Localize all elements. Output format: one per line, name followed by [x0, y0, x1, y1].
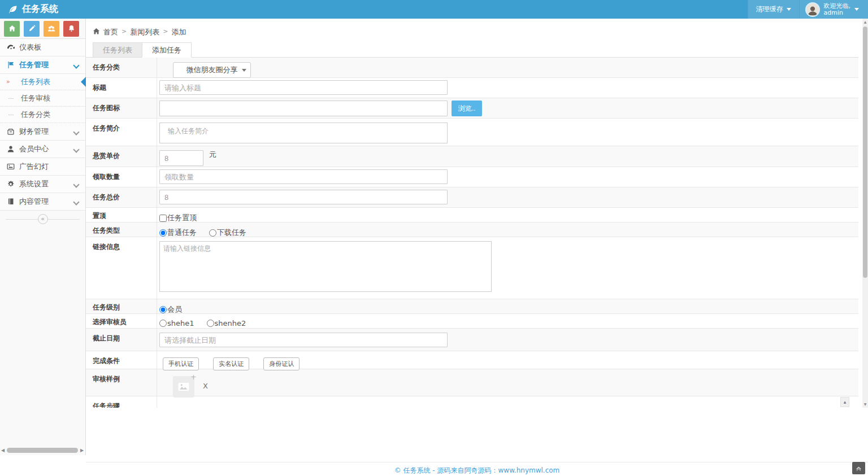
sidebar-item-task-category[interactable]: 任务分类 — [0, 107, 85, 123]
breadcrumb-home[interactable]: 首页 — [103, 27, 118, 37]
sidebar-item-task-list[interactable]: » 任务列表 — [0, 74, 85, 90]
task-type-normal-radio[interactable] — [159, 229, 167, 237]
field-label: 任务总价 — [86, 187, 157, 207]
field-label: 任务级别 — [86, 299, 157, 313]
back-to-top-button[interactable] — [852, 462, 865, 474]
pin-top-checkbox-label: 任务置顶 — [167, 213, 197, 223]
scroll-left-icon[interactable]: ◀ — [0, 448, 6, 453]
title-input[interactable] — [159, 80, 448, 95]
price-unit-label: 元 — [209, 149, 216, 160]
form-row-sample: 审核样例 + X — [86, 369, 858, 396]
double-chevron-up-icon — [856, 465, 862, 471]
breadcrumb-add[interactable]: 添加 — [171, 27, 186, 37]
form-row-level: 任务级别 会员 — [86, 299, 858, 314]
breadcrumb: 首页 > 新闻列表 > 添加 — [86, 19, 858, 42]
user-menu[interactable]: 欢迎光临, admin — [799, 0, 868, 19]
condition-idcard-button[interactable]: 身份证认 — [263, 357, 300, 370]
app-logo[interactable]: 任务系统 — [0, 3, 58, 15]
sidebar-item-ad-slides[interactable]: 广告幻灯 — [0, 158, 85, 176]
form-row-deadline: 截止日期 — [86, 329, 858, 351]
quantity-input[interactable] — [159, 169, 448, 184]
sidebar-horizontal-scrollbar[interactable]: ◀ ▶ — [0, 446, 85, 455]
sample-image-placeholder[interactable]: + — [173, 376, 194, 398]
sidebar: 仪表板 任务管理 » 任务列表 任务审核 任务分类 — [0, 19, 86, 455]
avatar — [805, 2, 820, 17]
deadline-input[interactable] — [159, 333, 448, 347]
sub-item-label: 任务分类 — [21, 110, 50, 120]
active-arrow-icon: » — [6, 78, 10, 85]
footer: © 任务系统 - 源码来自阿奇源码：www.hnymwl.com — [86, 462, 868, 476]
page-vertical-scrollbar[interactable]: ▲ ▼ — [862, 19, 868, 408]
breadcrumb-news-list[interactable]: 新闻列表 — [130, 27, 159, 37]
link-info-textarea[interactable] — [159, 241, 492, 292]
scroll-right-icon[interactable]: ▶ — [79, 448, 85, 453]
field-label: 截止日期 — [86, 329, 157, 351]
form-row-quantity: 领取数量 — [86, 167, 858, 187]
sidebar-item-dashboard[interactable]: 仪表板 — [0, 39, 85, 56]
users-quick-button[interactable] — [44, 21, 59, 37]
level-member-radio[interactable] — [159, 306, 167, 313]
sidebar-item-label: 广告幻灯 — [19, 161, 49, 172]
home-icon — [93, 28, 100, 35]
flag-icon — [7, 61, 19, 69]
vertical-scroll-thumb[interactable] — [863, 27, 867, 278]
category-select[interactable]: 微信朋友圈分享 — [173, 62, 251, 78]
home-quick-button[interactable] — [4, 21, 20, 37]
sidebar-item-finance[interactable]: 财务管理 — [0, 123, 85, 141]
scroll-down-icon[interactable]: ▼ — [862, 401, 868, 408]
chevron-down-icon — [74, 63, 79, 67]
collapse-sidebar-button[interactable]: « — [38, 214, 48, 224]
task-type-download-radio[interactable] — [209, 229, 216, 237]
users-icon — [47, 25, 55, 33]
home-icon — [8, 25, 16, 32]
clear-cache-dropdown[interactable]: 清理缓存 — [748, 0, 799, 19]
form-row-steps: 任务步骤 — [86, 396, 858, 408]
main-content: 首页 > 新闻列表 > 添加 任务列表 添加任务 任务分类 微信朋友圈分享 — [86, 19, 858, 408]
pin-top-checkbox[interactable] — [159, 215, 167, 222]
field-label: 领取数量 — [86, 167, 157, 187]
total-price-input[interactable] — [159, 190, 448, 204]
sidebar-item-system-settings[interactable]: 系统设置 — [0, 176, 85, 193]
condition-phone-button[interactable]: 手机认证 — [163, 357, 199, 370]
auditor-shehe1-radio[interactable] — [159, 320, 167, 327]
sidebar-item-member-center[interactable]: 会员中心 — [0, 141, 85, 158]
level-member-label: 会员 — [167, 304, 182, 315]
field-label: 任务图标 — [86, 98, 157, 118]
add-plus-icon: + — [190, 373, 197, 381]
remove-sample-button[interactable]: X — [203, 382, 208, 390]
horizontal-scroll-thumb[interactable] — [7, 448, 78, 453]
icon-file-input[interactable] — [159, 101, 448, 116]
breadcrumb-separator: > — [121, 27, 127, 35]
sidebar-item-label: 会员中心 — [19, 144, 49, 154]
intro-textarea[interactable] — [159, 123, 448, 143]
scroll-up-icon[interactable]: ▲ — [862, 19, 868, 25]
tab-add-task[interactable]: 添加任务 — [142, 42, 192, 58]
price-input[interactable] — [159, 150, 203, 166]
footer-link[interactable]: www.hnymwl.com — [498, 466, 560, 474]
notifications-quick-button[interactable] — [63, 21, 79, 37]
sidebar-item-task-audit[interactable]: 任务审核 — [0, 90, 85, 107]
sidebar-item-content-management[interactable]: 内容管理 — [0, 193, 85, 211]
top-header-bar: 任务系统 清理缓存 欢迎光临, admin — [0, 0, 868, 19]
quick-buttons-row — [0, 19, 85, 39]
sidebar-item-task-management[interactable]: 任务管理 — [0, 56, 85, 74]
edit-quick-button[interactable] — [24, 21, 40, 37]
task-type-download-label: 下载任务 — [217, 228, 246, 238]
leaf-icon — [8, 5, 18, 15]
browse-button[interactable]: 浏览.. — [452, 101, 482, 116]
sub-item-label: 任务列表 — [21, 77, 50, 87]
form-row-link: 链接信息 — [86, 237, 858, 299]
tree-dash-icon — [8, 115, 14, 115]
auditor-shenhe2-radio[interactable] — [207, 320, 214, 327]
sidebar-item-label: 财务管理 — [19, 126, 49, 137]
dashboard-icon — [7, 43, 19, 52]
chevron-down-icon — [74, 199, 79, 204]
inner-scroll-up-button[interactable]: ▲ — [840, 397, 849, 407]
sub-item-label: 任务审核 — [21, 93, 50, 103]
field-label: 标题 — [86, 78, 157, 98]
condition-realname-button[interactable]: 实名认证 — [213, 357, 249, 370]
chevron-down-icon — [74, 182, 79, 186]
form-row-title: 标题 — [86, 78, 858, 98]
tab-task-list[interactable]: 任务列表 — [93, 42, 142, 58]
select-caret-icon — [242, 69, 246, 72]
